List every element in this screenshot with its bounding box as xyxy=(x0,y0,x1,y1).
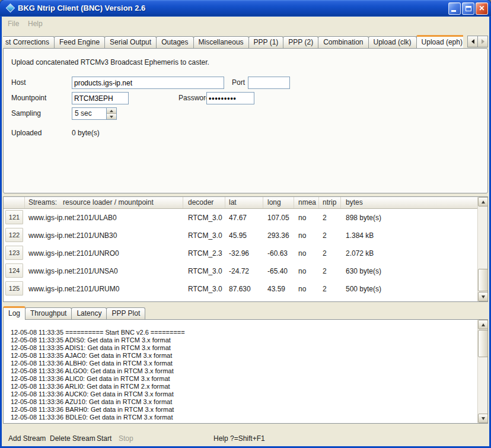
header-bytes[interactable]: bytes xyxy=(341,197,487,208)
tab-feed-engine[interactable]: Feed Engine xyxy=(54,36,105,48)
upload-eph-pane: Upload concatenated RTCMv3 Broadcast Eph… xyxy=(3,48,488,193)
header-lat[interactable]: lat xyxy=(225,197,263,208)
log-line: 12-05-08 11:33:35 AJAC0: Get data in RTC… xyxy=(11,352,476,360)
port-label: Port xyxy=(232,78,245,87)
maximize-button[interactable] xyxy=(462,2,474,15)
tab-serial-output[interactable]: Serial Output xyxy=(104,36,157,48)
table-row[interactable]: 123 www.igs-ip.net:2101/UNRO0 RTCM_2.3 -… xyxy=(4,244,487,262)
row-number[interactable]: 123 xyxy=(5,246,23,260)
help-shortcut-label: Help ?=Shift+F1 xyxy=(213,434,265,443)
tab-ppp-2[interactable]: PPP (2) xyxy=(283,36,318,48)
row-number[interactable]: 122 xyxy=(5,228,23,242)
stop-button[interactable]: Stop xyxy=(119,434,133,443)
header-decoder[interactable]: decoder xyxy=(183,197,225,208)
scroll-up-button[interactable] xyxy=(478,320,488,329)
mountpoint-input[interactable] xyxy=(72,92,129,104)
log-line: 12-05-08 11:33:35 ========== Start BNC v… xyxy=(11,329,476,336)
add-stream-button[interactable]: Add Stream xyxy=(8,434,46,443)
maximize-icon xyxy=(466,6,471,11)
start-button[interactable]: Start xyxy=(97,434,111,443)
header-long[interactable]: long xyxy=(263,197,294,208)
row-number[interactable]: 124 xyxy=(5,263,23,278)
minimize-button[interactable] xyxy=(448,2,461,15)
pane-description: Upload concatenated RTCMv3 Broadcast Eph… xyxy=(11,58,209,66)
table-row[interactable]: 125 www.igs-ip.net:2101/URUM0 RTCM_3.0 8… xyxy=(4,280,487,298)
close-icon: ✕ xyxy=(476,3,487,14)
table-row[interactable]: 121 www.igs-ip.net:2101/ULAB0 RTCM_3.0 4… xyxy=(4,209,487,227)
app-window: BKG Ntrip Client (BNC) Version 2.6 ✕ Fil… xyxy=(0,0,491,448)
log-line: 12-05-08 11:33:36 ALIC0: Get data in RTC… xyxy=(11,375,476,383)
tab-ppp-plot[interactable]: PPP Plot xyxy=(106,307,145,319)
tab-log[interactable]: Log xyxy=(3,306,25,320)
tab-ppp-1[interactable]: PPP (1) xyxy=(248,36,284,48)
menu-help[interactable]: Help xyxy=(28,17,43,31)
tab-st-corrections[interactable]: st Corrections xyxy=(3,36,55,48)
streams-body: 121 www.igs-ip.net:2101/ULAB0 RTCM_3.0 4… xyxy=(4,209,487,298)
log-scrollbar[interactable] xyxy=(477,320,487,423)
port-input[interactable] xyxy=(248,77,290,89)
spin-up-icon xyxy=(110,110,113,112)
table-row[interactable]: 124 www.igs-ip.net:2101/UNSA0 RTCM_3.0 -… xyxy=(4,262,487,280)
scroll-down-icon xyxy=(482,417,485,420)
header-corner xyxy=(4,197,25,208)
password-label: Password xyxy=(178,94,210,102)
sampling-spin-down-button[interactable] xyxy=(107,113,116,119)
delete-stream-button[interactable]: Delete Stream xyxy=(50,434,95,443)
bottom-bar: Add Stream Delete Stream Start Stop Help… xyxy=(2,424,489,446)
log-pane: 12-05-08 11:33:35 ========== Start BNC v… xyxy=(3,319,488,424)
log-line: 12-05-08 11:33:35 ADIS0: Get data in RTC… xyxy=(11,336,476,344)
cell-nmea: no xyxy=(294,209,319,227)
cell-bytes: 2.072 kB xyxy=(341,244,487,262)
row-number[interactable]: 121 xyxy=(5,210,23,224)
menu-file[interactable]: File xyxy=(8,17,19,31)
scroll-up-button[interactable] xyxy=(478,197,488,206)
uploaded-label: Uploaded xyxy=(11,129,42,137)
tab-combination[interactable]: Combination xyxy=(318,36,368,48)
sampling-spinner[interactable]: 5 sec xyxy=(72,107,117,120)
cell-nmea: no xyxy=(294,262,319,280)
host-input[interactable] xyxy=(72,77,224,89)
log-line: 12-05-08 11:33:36 AZU10: Get data in RTC… xyxy=(11,398,476,406)
tab-miscellaneous[interactable]: Miscellaneous xyxy=(193,36,249,48)
streams-header: Streams: resource loader / mountpoint de… xyxy=(4,197,487,209)
tab-scroll-left-button[interactable] xyxy=(467,36,478,47)
header-nmea[interactable]: nmea xyxy=(294,197,319,208)
cell-mountpoint: www.igs-ip.net:2101/ULAB0 xyxy=(25,209,183,227)
tab-scroll-right-button[interactable] xyxy=(477,36,488,47)
cell-lat: 45.95 xyxy=(225,227,263,244)
cell-long: 43.59 xyxy=(263,280,294,298)
cell-ntrip: 2 xyxy=(319,244,341,262)
scrollbar-thumb[interactable] xyxy=(478,330,488,357)
tab-latency[interactable]: Latency xyxy=(71,307,107,319)
window-body: File Help st CorrectionsFeed EngineSeria… xyxy=(2,17,489,446)
mountpoint-label: Mountpoint xyxy=(11,94,46,102)
row-number[interactable]: 125 xyxy=(5,281,23,296)
cell-bytes: 630 byte(s) xyxy=(341,262,487,280)
cell-long: -60.63 xyxy=(263,244,294,262)
cell-bytes: 500 byte(s) xyxy=(341,280,487,298)
scrollbar-thumb[interactable] xyxy=(478,269,488,291)
row-number-cell: 121 xyxy=(4,209,25,227)
header-ntrip[interactable]: ntrip xyxy=(319,197,341,208)
tab-upload-clk[interactable]: Upload (clk) xyxy=(368,36,417,48)
scroll-down-button[interactable] xyxy=(478,414,488,423)
row-number-cell: 122 xyxy=(4,227,25,244)
scroll-down-button[interactable] xyxy=(478,292,488,301)
close-button[interactable]: ✕ xyxy=(476,2,488,15)
tab-outages[interactable]: Outages xyxy=(156,36,193,48)
tab-upload-eph[interactable]: Upload (eph) xyxy=(416,35,463,48)
streams-scrollbar[interactable] xyxy=(477,197,487,301)
password-input[interactable] xyxy=(206,92,254,104)
sampling-spin-up-button[interactable] xyxy=(107,108,116,113)
uploaded-value: 0 byte(s) xyxy=(72,129,100,137)
titlebar[interactable]: BKG Ntrip Client (BNC) Version 2.6 ✕ xyxy=(0,0,491,17)
cell-decoder: RTCM_3.0 xyxy=(183,227,225,244)
cell-long: 107.05 xyxy=(263,209,294,227)
scroll-down-icon xyxy=(482,296,485,298)
host-label: Host xyxy=(11,78,26,87)
header-streams[interactable]: Streams: resource loader / mountpoint xyxy=(25,197,183,208)
table-row[interactable]: 122 www.igs-ip.net:2101/UNB30 RTCM_3.0 4… xyxy=(4,227,487,244)
tab-throughput[interactable]: Throughput xyxy=(25,307,72,319)
row-number-cell: 124 xyxy=(4,262,25,280)
spin-down-icon xyxy=(110,116,113,118)
